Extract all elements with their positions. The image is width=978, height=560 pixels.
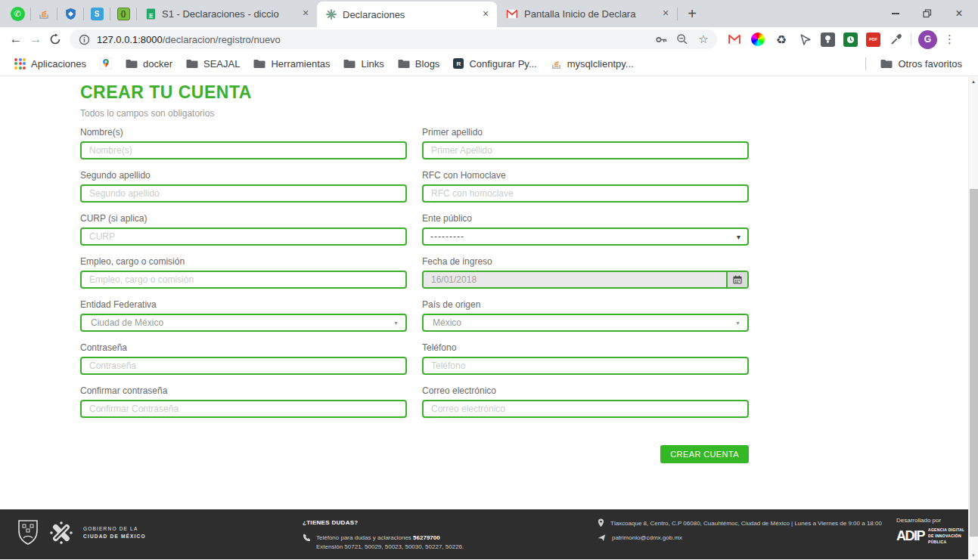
field-label-telefono: Teléfono <box>422 342 749 353</box>
bookmark-folder-seajal[interactable]: SEAJAL <box>179 58 247 70</box>
forward-button[interactable]: → <box>26 29 45 49</box>
segundo-apellido-input[interactable] <box>80 184 407 203</box>
phone-icon <box>303 534 311 542</box>
bookmark-label: Herramientas <box>271 58 330 70</box>
back-button[interactable]: ← <box>6 29 26 49</box>
restore-icon <box>923 9 932 18</box>
chevron-down-icon: ▼ <box>735 320 740 326</box>
correo-input[interactable] <box>422 400 749 418</box>
url-text: 127.0.0.1:8000/declaracion/registro/nuev… <box>97 34 281 45</box>
bookmarks-bar: Aplicaciones docker <box>0 51 978 76</box>
field-label-empleo: Empleo, cargo o comisión <box>80 256 407 267</box>
new-tab-button[interactable]: + <box>681 2 703 25</box>
registration-form: Nombre(s) Primer apellido Segundo apelli… <box>80 127 749 418</box>
info-icon[interactable] <box>79 34 90 45</box>
telefono-input[interactable] <box>422 357 749 375</box>
footer-contact-block: Tlaxcoaque 8, Centro, C.P 06080, Cuauhté… <box>598 518 882 548</box>
empleo-input[interactable] <box>80 271 407 289</box>
primer-apellido-input[interactable] <box>422 141 749 159</box>
location-pin-icon <box>598 518 604 528</box>
tab-declaraciones-active[interactable]: Declaraciones × <box>317 2 497 27</box>
folder-icon <box>880 59 893 69</box>
tab-s1-declaraciones[interactable]: S1 - Declaraciones - diccio × <box>137 0 317 27</box>
browser-window: ✆ S {} <box>0 0 978 560</box>
nombre-input[interactable] <box>80 141 407 159</box>
selected-value: Ciudad de México <box>88 317 393 328</box>
bookmark-mysqlclient[interactable]: mysqlclientpy... <box>544 58 641 70</box>
curp-input[interactable] <box>80 227 407 246</box>
pdf-extension-icon[interactable]: PDF <box>866 32 880 47</box>
selected-value: México <box>430 317 735 328</box>
close-icon[interactable]: × <box>479 8 492 21</box>
field-label-rfc: RFC con Homoclave <box>422 170 749 181</box>
close-icon[interactable]: × <box>299 7 312 20</box>
pinned-tab-s-app[interactable]: S <box>84 0 110 27</box>
browser-menu-icon[interactable]: ⋮ <box>944 32 955 46</box>
pinned-tab-whatsapp[interactable]: ✆ <box>5 0 30 27</box>
scroll-down-icon[interactable]: ▼ <box>969 553 978 558</box>
bookmark-folder-docker[interactable]: docker <box>119 58 179 70</box>
crear-cuenta-button[interactable]: CREAR CUENTA <box>660 445 749 463</box>
email-text: patrimonio@cdmx.gob.mx <box>612 534 682 541</box>
footer-developer-block: Desarrollado por ADIP AGENCIA DIGITAL DE… <box>896 517 968 545</box>
zoom-button[interactable] <box>672 33 693 45</box>
pinned-tab-brackets-app[interactable]: {} <box>110 0 136 27</box>
profile-avatar[interactable]: G <box>918 30 937 49</box>
rfc-input[interactable] <box>422 184 749 203</box>
stackoverflow-icon <box>551 58 562 70</box>
colorwheel-extension-icon[interactable] <box>750 32 765 47</box>
folder-icon <box>398 59 410 69</box>
bookmark-otros-favoritos[interactable]: Otros favoritos <box>874 58 969 70</box>
calendar-icon <box>733 275 742 284</box>
page-scrollbar[interactable]: ▲ ▼ <box>968 77 978 560</box>
address-bar[interactable]: 127.0.0.1:8000/declaracion/registro/nuev… <box>70 29 717 49</box>
bookmark-aplicaciones[interactable]: Aplicaciones <box>8 58 93 70</box>
field-label-entidad: Entidad Federativa <box>80 299 407 310</box>
recycle-extension-icon[interactable]: ♻ <box>774 32 789 47</box>
bookmark-label: Links <box>361 58 383 70</box>
confirmar-contrasena-input[interactable] <box>80 400 407 418</box>
window-controls: × <box>890 8 978 19</box>
eyedropper-extension-icon[interactable] <box>889 32 904 47</box>
lightbulb-extension-icon[interactable] <box>821 32 835 47</box>
bookmark-label: Otros favoritos <box>898 58 962 70</box>
bookmark-folder-blogs[interactable]: Blogs <box>391 58 447 70</box>
bookmark-star-icon[interactable]: ☆ <box>693 32 714 46</box>
fecha-ingreso-input[interactable]: 16/01/2018 <box>424 272 726 287</box>
pais-de-origen-select[interactable]: México ▼ <box>422 314 749 332</box>
folder-icon <box>253 59 265 69</box>
bookmark-maps[interactable] <box>93 57 119 70</box>
entidad-federativa-select[interactable]: Ciudad de México ▼ <box>80 314 407 332</box>
whatsapp-icon: ✆ <box>11 7 25 21</box>
send-icon <box>598 534 606 542</box>
selected-value: --------- <box>430 231 737 242</box>
ente-publico-select[interactable]: --------- ▾ <box>422 227 749 246</box>
pinned-tab-stackoverflow[interactable] <box>31 0 57 27</box>
bookmark-folder-herramientas[interactable]: Herramientas <box>247 58 337 70</box>
calendar-button[interactable] <box>726 272 747 287</box>
cursor-extension-icon[interactable] <box>797 32 812 47</box>
reload-icon <box>49 33 61 45</box>
escudo-cdmx-icon <box>17 519 39 546</box>
field-label-ente-publico: Ente público <box>422 213 749 224</box>
scrollbar-thumb[interactable] <box>970 189 978 537</box>
restore-button[interactable] <box>922 8 933 19</box>
desarrollado-label: Desarrollado por <box>896 517 968 524</box>
maps-icon <box>100 57 112 70</box>
contrasena-input[interactable] <box>80 357 407 375</box>
close-icon[interactable]: × <box>659 7 672 20</box>
password-key-button[interactable] <box>650 33 672 46</box>
extension-line: Extensión 50721, 50029, 50023, 50030, 50… <box>316 543 464 552</box>
tab-title: Declaraciones <box>343 9 476 20</box>
bookmark-folder-links[interactable]: Links <box>337 58 390 70</box>
bookmark-configurar-py[interactable]: R Configurar Py... <box>446 58 543 70</box>
scroll-up-icon[interactable]: ▲ <box>969 79 978 84</box>
minimize-button[interactable] <box>890 8 901 19</box>
clock-extension-icon[interactable] <box>843 32 858 47</box>
pinned-tab-shield-app[interactable] <box>57 0 83 27</box>
tab-pantalla-inicio[interactable]: Pantalla Inicio de Declara × <box>497 0 677 27</box>
field-label-nombre: Nombre(s) <box>80 127 407 138</box>
gmail-extension-icon[interactable] <box>727 32 742 47</box>
reload-button[interactable] <box>45 29 65 49</box>
close-window-button[interactable]: × <box>954 8 964 19</box>
